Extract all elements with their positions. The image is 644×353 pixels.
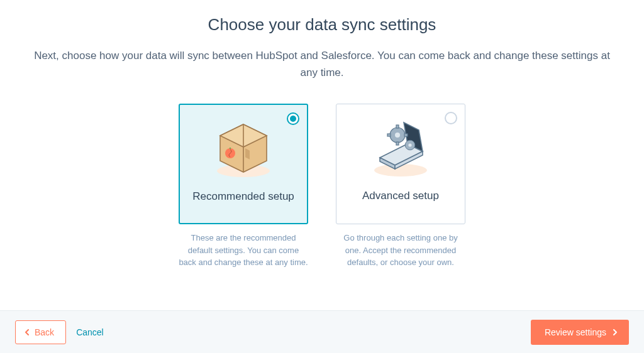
primary-button-label: Review settings [545,327,606,337]
back-button-label: Back [35,327,54,337]
svg-point-18 [408,144,411,147]
chevron-left-icon [25,328,30,337]
svg-rect-15 [387,134,391,136]
laptop-gears-illustration-icon [363,113,438,182]
page-subtitle: Next, choose how your data will sync bet… [33,47,611,81]
svg-rect-16 [404,134,408,136]
option-card-advanced[interactable]: Advanced setup [336,104,465,224]
svg-rect-14 [396,142,399,145]
review-settings-button[interactable]: Review settings [531,320,629,345]
option-cards-row: Recommended setup These are the recommen… [31,104,613,269]
radio-unselected-icon [445,112,457,124]
svg-point-12 [395,133,400,138]
option-advanced-column: Advanced setup Go through each setting o… [336,104,465,269]
option-title: Advanced setup [362,190,439,202]
cancel-link[interactable]: Cancel [76,327,104,337]
back-button[interactable]: Back [15,320,66,344]
option-recommended-column: Recommended setup These are the recommen… [179,104,308,269]
wizard-footer: Back Cancel Review settings [0,310,644,353]
radio-selected-icon [287,112,299,125]
footer-left-group: Back Cancel [15,320,104,344]
option-card-recommended[interactable]: Recommended setup [179,104,308,224]
box-illustration-icon [206,114,281,183]
option-description: Go through each setting one by one. Acce… [336,232,465,269]
chevron-right-icon [613,328,618,337]
option-description: These are the recommended default settin… [179,232,308,269]
page-title: Choose your data sync settings [31,15,613,35]
option-title: Recommended setup [192,190,294,203]
svg-rect-13 [396,125,399,128]
svg-point-5 [230,148,231,149]
main-content: Choose your data sync settings Next, cho… [0,0,644,310]
